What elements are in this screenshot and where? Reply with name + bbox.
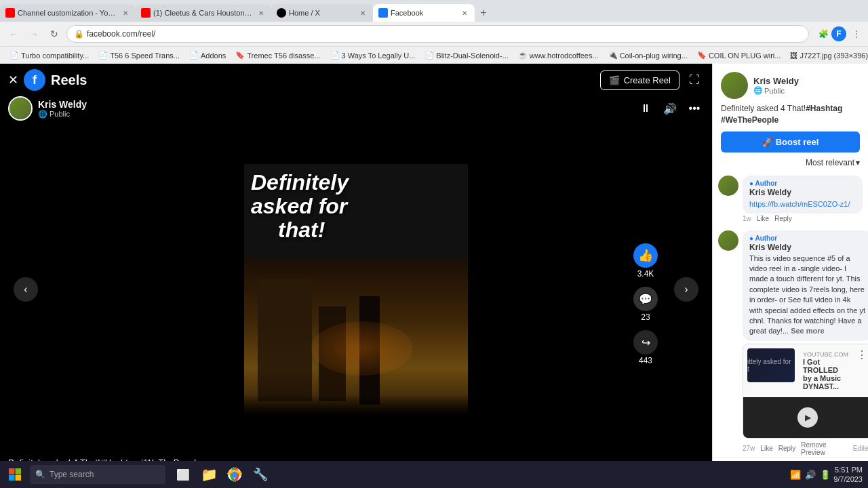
bookmark-0[interactable]: 📄 Turbo compatibility...	[5, 49, 93, 62]
comment-link-1[interactable]: https://fb.watch/mESC0ZO-z1/	[749, 200, 850, 208]
more-options-button[interactable]: •••	[685, 99, 704, 118]
back-button[interactable]: ←	[5, 26, 22, 42]
windows-icon	[8, 468, 22, 481]
reel-controls: ⏸ 🔊 •••	[636, 99, 704, 118]
yt-more-options[interactable]: ⋮	[856, 348, 867, 361]
close-button[interactable]: ✕	[8, 73, 18, 87]
yt-thumbnail-bg: ittely asked for t	[747, 348, 795, 382]
browser-tabs: Channel customization - YouTu... ✕ (1) C…	[0, 0, 868, 22]
bookmark-8[interactable]: 🔖 COIL ON PLUG wiri...	[693, 49, 785, 62]
browser-navbar: ← → ↻ 🔒 facebook.com/reel/ 🧩 F ⋮	[0, 22, 868, 46]
comment-time-2: 27w	[743, 445, 755, 452]
facebook-icon: f	[24, 69, 45, 91]
taskbar-search[interactable]: 🔍 Type search	[30, 465, 165, 484]
taskbar-time: 5:51 PM	[833, 465, 863, 474]
comment-button[interactable]: 💬	[633, 287, 658, 311]
youtube-preview[interactable]: ittely asked for t YOUTUBE.COM I Got TRO…	[743, 344, 868, 439]
bookmark-6[interactable]: ☕ www.hotrodcoffees...	[514, 49, 603, 62]
fullscreen-button[interactable]: ⛶	[685, 70, 704, 89]
comment-author-name-2: Kris Weldy	[749, 243, 865, 252]
comment-content-2: ● Author Kris Weldy This is video sequen…	[743, 230, 868, 456]
browser-chrome: Channel customization - YouTu... ✕ (1) C…	[0, 0, 868, 64]
new-tab-button[interactable]: +	[475, 4, 492, 22]
reply-comment-1[interactable]: Reply	[774, 215, 792, 222]
battery-icon: 🔋	[820, 470, 831, 480]
share-group: ↪ 443	[633, 330, 658, 365]
comment-actions-2: 27w Like Reply Remove Preview Edited	[743, 441, 868, 456]
bookmark-1[interactable]: 📄 T56 6 Speed Trans...	[94, 49, 184, 62]
taskbar-pinned-apps: ⬜ 📁 🔧	[171, 461, 273, 488]
author-name: Kris Weldy	[38, 99, 87, 110]
bookmark-2[interactable]: 📄 Addons	[185, 49, 230, 62]
extensions-icon[interactable]: 🧩	[817, 28, 829, 40]
like-comment-2[interactable]: Like	[760, 445, 772, 452]
like-comment-1[interactable]: Like	[757, 215, 769, 222]
tab-close[interactable]: ✕	[121, 8, 130, 18]
taskbar-explorer[interactable]: 📁	[197, 461, 221, 488]
start-button[interactable]	[0, 461, 30, 488]
prev-reel-button[interactable]: ‹	[14, 277, 38, 302]
refresh-button[interactable]: ↻	[46, 26, 62, 42]
address-bar[interactable]: 🔒 facebook.com/reel/	[66, 25, 809, 43]
hashtag1: #Hashtag	[806, 104, 842, 113]
most-relevant-dropdown[interactable]: Most relevant ▾	[713, 158, 868, 171]
reels-logo: ✕ f Reels	[8, 69, 87, 91]
author-tag-1: ● Author	[749, 180, 856, 187]
share-count: 443	[639, 356, 652, 365]
comment-edited-2: Edited	[853, 445, 868, 452]
tab-label: Channel customization - YouTu...	[18, 9, 118, 17]
bookmark-7[interactable]: 🔌 Coil-on-plug wiring...	[604, 49, 692, 62]
tab-youtube-cleetus[interactable]: (1) Cleetus & Cars Houston Rac... ✕	[136, 4, 271, 22]
rp-author-avatar	[721, 72, 748, 99]
yt-info: YOUTUBE.COM I Got TROLLED by a Music DYN…	[799, 348, 852, 393]
see-more-2[interactable]: See more	[791, 327, 825, 335]
svg-rect-2	[9, 475, 15, 481]
tab-youtube-channel[interactable]: Channel customization - YouTu... ✕	[0, 4, 136, 22]
tab-label-3: Home / X	[289, 9, 355, 17]
yt-title: I Got TROLLED by a Music DYNAST...	[803, 358, 848, 390]
video-icon: 🎬	[609, 75, 620, 85]
yt-video-thumb: ▶	[743, 397, 868, 438]
globe-icon: 🌐	[38, 110, 47, 119]
author-avatar	[8, 96, 33, 121]
pause-button[interactable]: ⏸	[636, 99, 655, 118]
reel-text-overlay: Definitely asked for that!	[251, 171, 461, 243]
tab-close-3[interactable]: ✕	[358, 8, 368, 18]
taskbar-clock[interactable]: 5:51 PM 9/7/2023	[833, 465, 863, 485]
reel-topbar: ✕ f Reels 🎬 Create Reel ⛶	[0, 64, 712, 96]
yt2-favicon	[141, 8, 151, 18]
right-panel: Kris Weldy 🌐 Public Definitely asked 4 T…	[712, 64, 868, 488]
rp-description: Definitely asked 4 That!#Hashtag #WeTheP…	[713, 103, 868, 131]
reply-comment-2[interactable]: Reply	[778, 445, 796, 452]
bookmark-5[interactable]: 📄 Blitz-Dual-Solenoid-...	[420, 49, 512, 62]
bookmark-3[interactable]: 🔖 Tremec T56 disasse...	[231, 49, 324, 62]
taskbar-right: 📶 🔊 🔋 5:51 PM 9/7/2023	[790, 465, 868, 485]
remove-preview-2[interactable]: Remove Preview	[801, 441, 847, 456]
yt-play-button[interactable]: ▶	[797, 407, 818, 428]
next-reel-button[interactable]: ›	[674, 277, 698, 302]
bookmark-9[interactable]: 🖼 J722T.jpg (393×396)	[786, 49, 868, 62]
tab-close-2[interactable]: ✕	[256, 8, 266, 18]
bookmark-4[interactable]: 📄 3 Ways To Legally U...	[326, 49, 420, 62]
taskbar-app4[interactable]: 🔧	[248, 461, 273, 488]
forward-button[interactable]: →	[26, 26, 42, 42]
comments-area: ● Author Kris Weldy https://fb.watch/mES…	[713, 171, 868, 458]
reel-author-bar: Kris Weldy 🌐 Public ⏸ 🔊 •••	[0, 96, 712, 126]
url-text: facebook.com/reel/	[87, 29, 155, 39]
author-details: Kris Weldy 🌐 Public	[38, 99, 87, 119]
tab-close-4[interactable]: ✕	[460, 8, 469, 18]
boost-reel-button[interactable]: 🚀 Boost reel	[721, 131, 860, 152]
profile-icon[interactable]: F	[831, 26, 846, 41]
taskbar-chrome[interactable]	[222, 461, 247, 488]
tab-facebook[interactable]: Facebook ✕	[373, 4, 475, 22]
custom-app-icon: 🔧	[253, 467, 268, 482]
author-info: Kris Weldy 🌐 Public	[8, 96, 87, 121]
tab-twitter[interactable]: Home / X ✕	[271, 4, 373, 22]
comment-bubble-2: ● Author Kris Weldy This is video sequen…	[743, 230, 868, 341]
create-reel-button[interactable]: 🎬 Create Reel	[600, 70, 679, 90]
taskbar-taskview[interactable]: ⬜	[171, 461, 195, 488]
share-button[interactable]: ↪	[633, 330, 658, 354]
like-button[interactable]: 👍	[633, 243, 658, 268]
menu-button[interactable]: ⋮	[850, 28, 863, 40]
volume-button[interactable]: 🔊	[660, 99, 679, 118]
